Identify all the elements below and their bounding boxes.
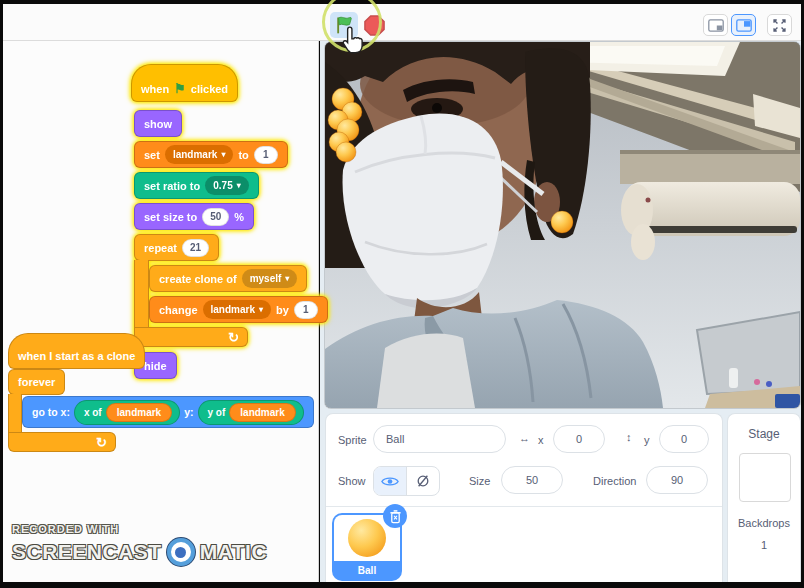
- trash-icon: [389, 509, 402, 524]
- chevron-down-icon: ▾: [221, 151, 225, 159]
- clone-target-dropdown[interactable]: myself ▾: [242, 269, 298, 288]
- large-stage-icon: [736, 19, 752, 32]
- backdrops-count: 1: [728, 539, 800, 551]
- small-stage-icon: [708, 19, 724, 32]
- direction-label: Direction: [593, 475, 636, 487]
- ratio-value: 0.75: [213, 180, 232, 191]
- x-label: x: [538, 434, 544, 446]
- size-input[interactable]: [501, 466, 563, 494]
- stage[interactable]: [325, 42, 800, 408]
- small-stage-button[interactable]: [703, 14, 728, 36]
- block-change-variable[interactable]: change landmark ▾ by 1: [149, 296, 328, 323]
- show-label: Show: [338, 475, 366, 487]
- block-when-flag-clicked[interactable]: when ⚑ clicked: [131, 64, 238, 102]
- block-label: go to x:: [32, 406, 70, 418]
- block-set-ratio[interactable]: set ratio to 0.75 ▾: [134, 172, 259, 199]
- backdrop-thumbnail[interactable]: [739, 453, 791, 502]
- stop-icon: [363, 14, 386, 37]
- eye-visible-icon: [381, 475, 399, 488]
- fullscreen-icon: [772, 18, 787, 33]
- backdrops-label: Backdrops: [728, 517, 800, 529]
- block-label: forever: [18, 376, 55, 388]
- green-flag-button[interactable]: [330, 12, 358, 38]
- stop-button[interactable]: [362, 13, 387, 38]
- block-go-to-xy[interactable]: go to x: x of landmark y: y of landmark: [22, 396, 314, 428]
- script-stack-clone: when I start as a clone forever go to x:…: [8, 333, 313, 458]
- ball-clone: [551, 211, 573, 233]
- ball-sprite-icon: [348, 519, 386, 557]
- green-flag-icon: [334, 15, 354, 35]
- size-input[interactable]: 50: [202, 208, 229, 226]
- variable-dropdown[interactable]: landmark ▾: [165, 145, 233, 164]
- reporter-y-of-landmark[interactable]: y of landmark: [198, 400, 304, 425]
- block-label: repeat: [144, 242, 177, 254]
- large-stage-button[interactable]: [731, 14, 756, 36]
- repeat-count-input[interactable]: 21: [182, 239, 209, 257]
- fullscreen-button[interactable]: [767, 14, 792, 36]
- sprite-name-input[interactable]: [373, 425, 506, 453]
- block-forever[interactable]: forever: [8, 369, 65, 395]
- x-position-input[interactable]: [553, 425, 605, 453]
- block-create-clone[interactable]: create clone of myself ▾: [149, 265, 307, 292]
- variable-pill[interactable]: landmark: [106, 403, 172, 422]
- size-label: Size: [469, 475, 490, 487]
- screen-recorder-watermark: RECORDED WITH SCREENCAST MATIC: [12, 523, 267, 566]
- value-input[interactable]: 1: [254, 146, 278, 164]
- show-sprite-button[interactable]: [374, 467, 407, 495]
- block-show[interactable]: show: [134, 110, 182, 137]
- block-label: by: [276, 304, 289, 316]
- watermark-brand-right: MATIC: [200, 540, 267, 564]
- eye-hidden-icon: [415, 474, 431, 488]
- clone-target: myself: [250, 273, 282, 284]
- reporter-label: y of: [208, 407, 226, 418]
- watermark-line1: RECORDED WITH: [12, 523, 267, 535]
- block-when-start-as-clone[interactable]: when I start as a clone: [8, 333, 145, 369]
- block-label: when I start as a clone: [18, 350, 135, 362]
- variable-dropdown[interactable]: landmark ▾: [203, 300, 271, 319]
- stage-pane-title: Stage: [728, 427, 800, 441]
- direction-input[interactable]: [646, 466, 708, 494]
- forever-footer[interactable]: ↻: [8, 432, 116, 452]
- chevron-down-icon: ▾: [285, 275, 289, 283]
- reporter-x-of-landmark[interactable]: x of landmark: [74, 400, 180, 425]
- value-input[interactable]: 1: [294, 301, 318, 319]
- hide-sprite-button[interactable]: [407, 467, 439, 495]
- sprite-thumbnail-ball[interactable]: Ball: [332, 513, 402, 581]
- block-set-variable[interactable]: set landmark ▾ to 1: [134, 141, 288, 168]
- y-label: y: [644, 434, 650, 446]
- block-label: create clone of: [159, 273, 237, 285]
- delete-sprite-button[interactable]: [383, 504, 407, 528]
- block-label: %: [234, 211, 244, 223]
- block-repeat[interactable]: repeat 21: [134, 234, 219, 261]
- sprite-pane: Sprite ↔ x ↕ y Show Size Directio: [325, 413, 723, 582]
- chevron-down-icon: ▾: [237, 182, 241, 190]
- ratio-dropdown[interactable]: 0.75 ▾: [205, 176, 248, 195]
- green-flag-icon: ⚑: [174, 82, 186, 95]
- block-label: set: [144, 149, 160, 161]
- block-label: y:: [184, 406, 193, 418]
- sprite-thumbnail-label: Ball: [334, 561, 400, 579]
- chevron-down-icon: ▾: [259, 306, 263, 314]
- toolbar: [3, 4, 801, 41]
- block-label: set size to: [144, 211, 197, 223]
- block-label: show: [144, 118, 172, 130]
- block-set-size[interactable]: set size to 50 %: [134, 203, 254, 230]
- block-label: to: [238, 149, 248, 161]
- variable-name: landmark: [211, 304, 255, 315]
- screencast-o-matic-logo-icon: [167, 538, 195, 566]
- y-axis-icon: ↕: [626, 431, 632, 443]
- webcam-video: [325, 42, 800, 408]
- block-label: set ratio to: [144, 180, 200, 192]
- block-label: when: [141, 83, 169, 95]
- scratch-app: when ⚑ clicked show set landmark ▾ to 1 …: [0, 0, 804, 588]
- repeat-spine: [134, 260, 149, 328]
- watermark-brand-left: SCREENCAST: [12, 540, 162, 564]
- stage-pane[interactable]: Stage Backdrops 1: [727, 413, 801, 582]
- y-position-input[interactable]: [659, 425, 709, 453]
- loop-arrow-icon: ↻: [96, 435, 107, 450]
- x-axis-icon: ↔: [519, 432, 530, 444]
- block-label: change: [159, 304, 198, 316]
- reporter-label: x of: [84, 407, 102, 418]
- variable-pill[interactable]: landmark: [229, 403, 295, 422]
- block-label: clicked: [191, 83, 228, 95]
